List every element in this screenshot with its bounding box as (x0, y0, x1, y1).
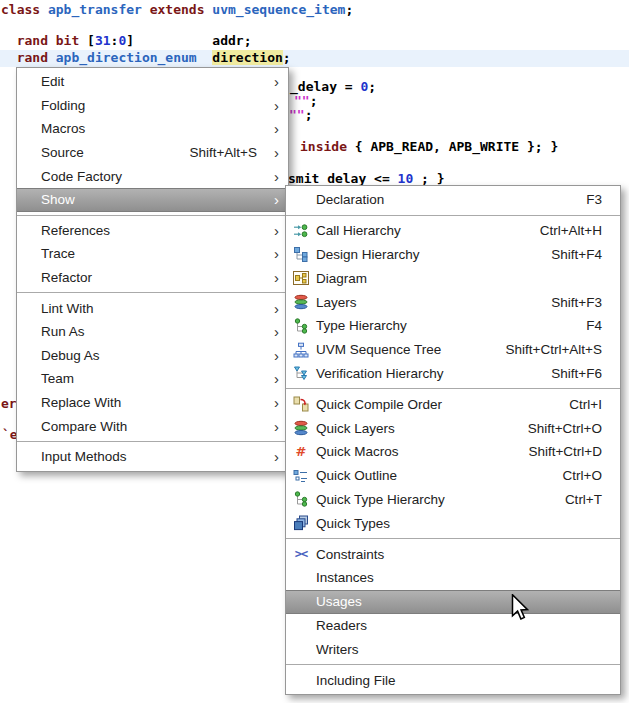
shortcut-label: F3 (586, 192, 602, 207)
quick-compile-order-icon (292, 396, 310, 412)
blank-icon (292, 641, 310, 657)
shortcut-label: Ctrl+I (569, 397, 602, 412)
class-name: apb_transfer (40, 2, 150, 17)
shortcut-label: Shift+Alt+S (189, 145, 257, 160)
menu-separator (286, 215, 620, 216)
menu-item-code-factory[interactable]: Code Factory› (17, 164, 288, 188)
code-line-direction: rand apb_direction_enum direction; (1, 50, 291, 66)
code-line-class-decl: class apb_transfer extends uvm_sequence_… (1, 2, 353, 18)
submenu-item-instances[interactable]: Instances (286, 566, 620, 590)
menu-item-refactor[interactable]: Refactor› (17, 266, 288, 290)
submenu-item-quick-type-hierarchy[interactable]: Quick Type HierarchyCtrl+T (286, 488, 620, 512)
submenu-item-call-hierarchy[interactable]: Call HierarchyCtrl+Alt+H (286, 219, 620, 243)
diagram-icon (292, 270, 310, 286)
submenu-item-constraints[interactable]: ><Constraints (286, 542, 620, 566)
submenu-arrow-icon: › (265, 120, 279, 137)
ide-window: class apb_transfer extends uvm_sequence_… (0, 0, 629, 703)
code-line-addr: rand bit [31:0] addr; (1, 33, 252, 49)
menu-separator (286, 388, 620, 389)
submenu-item-verification-hierarchy[interactable]: Verification HierarchyShift+F6 (286, 362, 620, 386)
shortcut-label: Shift+Ctrl+D (528, 444, 602, 459)
submenu-item-declaration[interactable]: DeclarationF3 (286, 188, 620, 212)
menu-item-trace[interactable]: Trace› (17, 242, 288, 266)
shortcut-label: Shift+F3 (551, 295, 602, 310)
submenu-arrow-icon: › (265, 269, 279, 286)
menu-separator (17, 215, 288, 216)
shortcut-label: Shift+Ctrl+O (528, 421, 602, 436)
submenu-arrow-icon: › (265, 323, 279, 340)
design-hierarchy-icon (292, 246, 310, 262)
menu-separator (286, 538, 620, 539)
layers-icon (292, 294, 310, 310)
submenu-item-uvm-sequence-tree[interactable]: UVM Sequence TreeShift+Ctrl+Alt+S (286, 338, 620, 362)
submenu-item-quick-macros[interactable]: #Quick MacrosShift+Ctrl+D (286, 440, 620, 464)
menu-item-folding[interactable]: Folding› (17, 94, 288, 118)
hash-icon: # (292, 444, 310, 460)
blank-icon (292, 570, 310, 586)
context-menu: Edit› Folding› Macros› SourceShift+Alt+S… (16, 67, 289, 472)
submenu-arrow-icon: › (265, 347, 279, 364)
menu-item-input-methods[interactable]: Input Methods› (17, 445, 288, 469)
submenu-item-quick-types[interactable]: Quick Types (286, 511, 620, 535)
mouse-cursor-icon (511, 594, 529, 621)
shortcut-label: Shift+F4 (551, 247, 602, 262)
code-fragment: er (1, 396, 17, 412)
submenu-item-writers[interactable]: Writers (286, 637, 620, 661)
submenu-item-readers[interactable]: Readers (286, 614, 620, 638)
keyword-class: class (1, 2, 40, 17)
shortcut-label: Shift+Ctrl+Alt+S (506, 342, 602, 357)
call-hierarchy-icon (292, 223, 310, 239)
menu-item-debug-as[interactable]: Debug As› (17, 344, 288, 368)
submenu-arrow-icon: › (265, 144, 279, 161)
highlighted-occurrence: direction (212, 50, 282, 65)
submenu-arrow-icon: › (265, 448, 279, 465)
menu-item-replace-with[interactable]: Replace With› (17, 391, 288, 415)
layers-icon (292, 420, 310, 436)
submenu-arrow-icon: › (265, 168, 279, 185)
menu-item-source[interactable]: SourceShift+Alt+S› (17, 141, 288, 165)
submenu-item-quick-compile-order[interactable]: Quick Compile OrderCtrl+I (286, 392, 620, 416)
menu-item-edit[interactable]: Edit› (17, 70, 288, 94)
submenu-item-design-hierarchy[interactable]: Design HierarchyShift+F4 (286, 243, 620, 267)
type-hierarchy-icon (292, 318, 310, 334)
submenu-item-quick-outline[interactable]: Quick OutlineCtrl+O (286, 464, 620, 488)
submenu-item-including-file[interactable]: Including File (286, 668, 620, 692)
submenu-item-layers[interactable]: LayersShift+F3 (286, 290, 620, 314)
submenu-item-quick-layers[interactable]: Quick LayersShift+Ctrl+O (286, 416, 620, 440)
submenu-arrow-icon: › (265, 222, 279, 239)
menu-item-compare-with[interactable]: Compare With› (17, 414, 288, 438)
submenu-item-diagram[interactable]: Diagram (286, 266, 620, 290)
blank-icon (292, 594, 310, 610)
menu-item-show[interactable]: Show› (17, 188, 288, 212)
stacked-types-icon (292, 515, 310, 531)
submenu-arrow-icon: › (265, 418, 279, 435)
menu-item-references[interactable]: References› (17, 219, 288, 243)
menu-item-team[interactable]: Team› (17, 367, 288, 391)
blank-icon (292, 617, 310, 633)
blank-icon (292, 192, 310, 208)
menu-separator (286, 664, 620, 665)
code-fragment: ""; (289, 107, 312, 123)
submenu-arrow-icon: › (265, 191, 279, 208)
show-submenu: DeclarationF3 Call HierarchyCtrl+Alt+H D… (285, 185, 621, 695)
shortcut-label: Ctrl+T (565, 492, 602, 507)
submenu-arrow-icon: › (265, 97, 279, 114)
shortcut-label: Shift+F6 (551, 366, 602, 381)
blank-icon (292, 672, 310, 688)
uvm-sequence-tree-icon (292, 342, 310, 358)
menu-item-macros[interactable]: Macros› (17, 117, 288, 141)
type-hierarchy-icon (292, 491, 310, 507)
submenu-item-type-hierarchy[interactable]: Type HierarchyF4 (286, 314, 620, 338)
menu-separator (17, 292, 288, 293)
menu-item-run-as[interactable]: Run As› (17, 320, 288, 344)
code-fragment: inside { APB_READ, APB_WRITE }; } (300, 139, 558, 155)
base-class-name: uvm_sequence_item (205, 2, 346, 17)
submenu-arrow-icon: › (265, 370, 279, 387)
keyword-extends: extends (150, 2, 205, 17)
shortcut-label: F4 (586, 318, 602, 333)
verification-hierarchy-icon (292, 365, 310, 381)
submenu-arrow-icon: › (265, 245, 279, 262)
submenu-item-usages[interactable]: Usages (286, 590, 620, 614)
menu-item-lint-with[interactable]: Lint With› (17, 296, 288, 320)
submenu-arrow-icon: › (265, 300, 279, 317)
